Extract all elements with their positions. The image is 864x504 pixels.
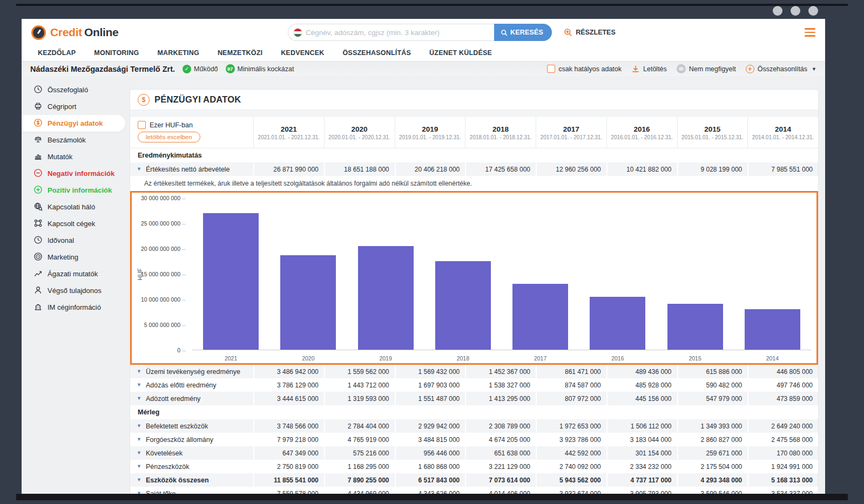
column-header-2018[interactable]: 20182018.01.01. - 2018.12.31. xyxy=(465,117,536,148)
search-field[interactable] xyxy=(288,24,494,41)
value-cell: 259 671 000 xyxy=(678,446,748,460)
sidebar-item-osszefoglalo[interactable]: Összefoglaló xyxy=(22,81,125,98)
expand-triangle-icon[interactable]: ▼ xyxy=(137,383,141,387)
window-control-dot[interactable] xyxy=(808,6,818,16)
column-header-2021[interactable]: 20212021.01.01. - 2021.12.31. xyxy=(253,117,324,148)
value-cell: 1 506 112 000 xyxy=(608,419,677,433)
row-label-cell[interactable]: ▼Eszközök összesen xyxy=(130,473,253,487)
sidebar: ÖsszefoglalóCégriportPénzügyi adatokBesz… xyxy=(22,76,125,494)
row-label-cell[interactable]: ▼Adózás előtti eredmény xyxy=(130,378,253,392)
sidebar-item-cegriport[interactable]: Cégriport xyxy=(22,98,125,115)
chart-bar-2019[interactable] xyxy=(358,246,414,350)
sidebar-item-idovonal[interactable]: Idővonal xyxy=(22,232,125,249)
value-cell: 651 638 000 xyxy=(466,446,536,460)
search-input[interactable] xyxy=(302,29,490,37)
column-header-2014[interactable]: 20142014.01.01. - 2014.12.31. xyxy=(747,117,818,148)
value-cell: 5 943 562 000 xyxy=(537,473,606,487)
compare-button[interactable]: + Összehasonlítás ▼ xyxy=(746,65,816,73)
chart-bar-2021[interactable] xyxy=(203,213,259,350)
expand-triangle-icon[interactable]: ▼ xyxy=(137,451,141,455)
row-label: Saját tőke xyxy=(146,490,176,494)
excel-download-button[interactable]: letöltés excelben xyxy=(138,132,200,142)
menu-hamburger-icon[interactable] xyxy=(805,28,815,37)
checkbox-icon[interactable] xyxy=(547,65,555,73)
expand-triangle-icon[interactable]: ▼ xyxy=(137,464,141,469)
expand-triangle-icon[interactable]: ▼ xyxy=(137,396,141,401)
chart-category xyxy=(734,198,811,350)
column-year: 2020 xyxy=(352,125,368,133)
expand-triangle-icon[interactable]: ▼ xyxy=(137,369,141,374)
revenue-row-container: ▼Értékesítés nettó árbevétele26 871 990 … xyxy=(130,162,818,176)
window-control-dot[interactable] xyxy=(791,6,800,16)
sidebar-item-mutatok[interactable]: Mutatók xyxy=(22,148,125,165)
row-label-cell[interactable]: ▼Üzemi tevékenység eredménye xyxy=(130,365,253,378)
chevron-down-icon[interactable]: ▼ xyxy=(812,66,816,72)
value-cell: 301 154 000 xyxy=(608,446,677,460)
row-label-cell[interactable]: ▼Értékesítés nettó árbevétele xyxy=(130,162,253,176)
sidebar-item-label: Kapcsolt cégek xyxy=(48,220,95,228)
expand-triangle-icon[interactable]: ▼ xyxy=(137,478,141,482)
column-header-2015[interactable]: 20152015.01.01. - 2015.12.31. xyxy=(677,117,748,148)
row-label-cell[interactable]: ▼Befektetett eszközök xyxy=(130,419,253,433)
chart-bar-2018[interactable] xyxy=(435,261,491,350)
nav-item-kezdolap[interactable]: KEZDŐLAP xyxy=(38,49,76,57)
screen-frame: CreditOnline KERESÉS RÉSZLETES xyxy=(0,0,864,504)
row-label-cell[interactable]: ▼Adózott eredmény xyxy=(130,392,253,405)
row-label-cell[interactable]: ▼Saját tőke xyxy=(130,487,253,494)
expand-triangle-icon[interactable]: ▼ xyxy=(137,167,141,172)
main-content: $ PÉNZÜGYI ADATOK Ezer HUF-ban letöltés … xyxy=(125,76,825,494)
sidebar-item-negativ-informaciok[interactable]: Negatív információk xyxy=(22,165,125,182)
revenue-bar-chart[interactable]: HUF 05 000 000 00010 000 000 00015 000 0… xyxy=(130,191,818,365)
sidebar-item-beszamolok[interactable]: Beszámolók xyxy=(22,132,125,148)
unit-checkbox[interactable]: Ezer HUF-ban xyxy=(138,121,253,129)
value-cell: 20 406 218 000 xyxy=(396,162,465,176)
column-header-2019[interactable]: 20192019.01.01. - 2019.12.31. xyxy=(395,117,465,148)
download-button[interactable]: Letöltés xyxy=(631,65,667,73)
only-valid-data-checkbox[interactable]: csak hatályos adatok xyxy=(547,65,622,73)
brand-logo[interactable]: CreditOnline xyxy=(31,25,156,40)
nav-item-monitoring[interactable]: MONITORING xyxy=(94,49,139,57)
value-cell: 6 517 843 000 xyxy=(396,473,465,487)
app-header: CreditOnline KERESÉS RÉSZLETES xyxy=(22,19,825,46)
column-header-2017[interactable]: 20172017.01.01. - 2017.12.31. xyxy=(536,117,606,148)
nav-item-uzenet-kuldese[interactable]: ÜZENET KÜLDÉSE xyxy=(429,49,492,57)
chart-bar-2014[interactable] xyxy=(745,309,800,350)
value-cell: 7 073 614 000 xyxy=(466,473,536,487)
value-cell: 2 475 568 000 xyxy=(748,433,818,446)
search-button[interactable]: KERESÉS xyxy=(494,24,552,41)
window-control-dot[interactable] xyxy=(773,6,782,16)
balance-rows: ▼Befektetett eszközök3 748 566 0002 784 … xyxy=(130,419,818,494)
value-cell: 3 748 566 000 xyxy=(254,419,324,433)
nav-item-kedvencek[interactable]: KEDVENCEK xyxy=(281,49,324,57)
sidebar-item-agazati-mutatok[interactable]: Ágazati mutatók xyxy=(22,265,125,282)
column-header-2020[interactable]: 20202020.01.01. - 2020.12.31. xyxy=(324,117,395,148)
expand-triangle-icon[interactable]: ▼ xyxy=(137,437,141,442)
sidebar-item-kapcsolati-halo[interactable]: Kapcsolati háló xyxy=(22,199,125,215)
monitoring-toggle[interactable]: Nem megfigyelt xyxy=(677,64,736,73)
nav-item-nemzetkozi[interactable]: NEMZETKÖZI xyxy=(218,49,262,57)
chart-bar-2015[interactable] xyxy=(667,304,723,350)
nav-item-osszehasonlitas[interactable]: ÖSSZEHASONLÍTÁS xyxy=(342,49,411,57)
column-date-range: 2015.01.01. - 2015.12.31. xyxy=(681,134,744,140)
building-icon xyxy=(33,302,43,313)
checkbox-icon[interactable] xyxy=(138,121,146,129)
row-label-cell[interactable]: ▼Követelések xyxy=(130,446,253,460)
sidebar-item-im-ceginformacio[interactable]: IM céginformáció xyxy=(22,299,125,316)
column-header-2016[interactable]: 20162016.01.01. - 2016.12.31. xyxy=(606,117,677,148)
chart-bar-2016[interactable] xyxy=(590,297,645,350)
chart-bar-2017[interactable] xyxy=(512,284,568,350)
sidebar-item-marketing[interactable]: Marketing xyxy=(22,249,125,265)
sidebar-item-vegso-tulajdonos[interactable]: Végső tulajdonos xyxy=(22,282,125,299)
trend-icon xyxy=(33,269,43,280)
expand-triangle-icon[interactable]: ▼ xyxy=(137,424,141,428)
sidebar-item-kapcsolt-cegek[interactable]: Kapcsolt cégek xyxy=(22,215,125,232)
row-label-cell[interactable]: ▼Pénzeszközök xyxy=(130,460,253,473)
nav-item-marketing[interactable]: MARKETING xyxy=(157,49,199,57)
y-axis-tick: 5 000 000 000 xyxy=(132,322,186,328)
advanced-search-button[interactable]: RÉSZLETES xyxy=(564,28,616,37)
row-label-cell[interactable]: ▼Forgóeszköz állomány xyxy=(130,433,253,446)
sidebar-item-pozitiv-informaciok[interactable]: Pozitív információk xyxy=(22,182,125,199)
chart-bar-2020[interactable] xyxy=(280,255,336,350)
sidebar-item-penzugyi-adatok[interactable]: Pénzügyi adatok xyxy=(22,115,125,132)
sidebar-item-label: Kapcsolati háló xyxy=(48,203,95,211)
